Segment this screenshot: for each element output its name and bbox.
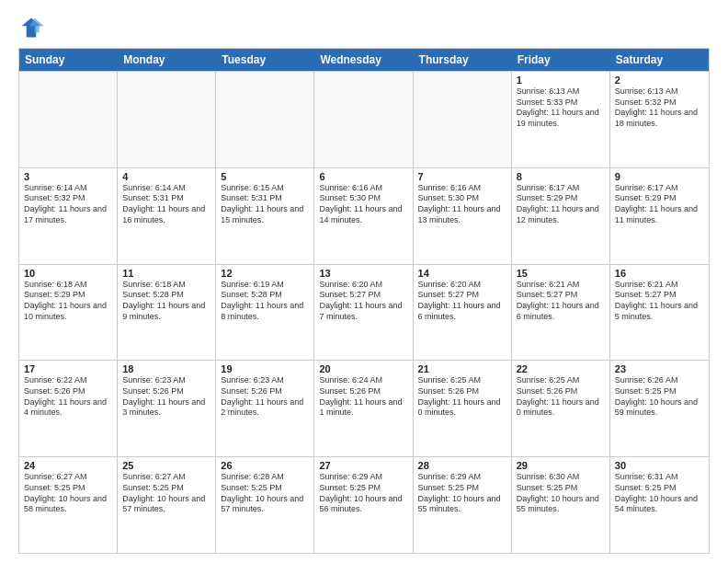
calendar: SundayMondayTuesdayWednesdayThursdayFrid…	[18, 48, 710, 554]
calendar-cell: 8Sunrise: 6:17 AM Sunset: 5:29 PM Daylig…	[512, 168, 610, 264]
day-number: 30	[615, 460, 704, 471]
calendar-cell: 18Sunrise: 6:23 AM Sunset: 5:26 PM Dayli…	[118, 361, 216, 456]
day-number: 13	[319, 268, 407, 279]
calendar-row-3: 17Sunrise: 6:22 AM Sunset: 5:26 PM Dayli…	[19, 360, 709, 456]
day-info: Sunrise: 6:29 AM Sunset: 5:25 PM Dayligh…	[418, 472, 506, 515]
day-number: 10	[24, 268, 112, 279]
day-info: Sunrise: 6:25 AM Sunset: 5:26 PM Dayligh…	[418, 375, 506, 419]
calendar-cell: 12Sunrise: 6:19 AM Sunset: 5:28 PM Dayli…	[216, 265, 314, 361]
calendar-cell: 17Sunrise: 6:22 AM Sunset: 5:26 PM Dayli…	[19, 361, 118, 456]
calendar-cell: 16Sunrise: 6:21 AM Sunset: 5:27 PM Dayli…	[610, 265, 709, 361]
calendar-cell	[19, 72, 118, 167]
day-info: Sunrise: 6:23 AM Sunset: 5:26 PM Dayligh…	[221, 375, 309, 419]
calendar-cell: 19Sunrise: 6:23 AM Sunset: 5:26 PM Dayli…	[216, 361, 314, 456]
calendar-cell: 27Sunrise: 6:29 AM Sunset: 5:25 PM Dayli…	[314, 457, 413, 553]
calendar-row-4: 24Sunrise: 6:27 AM Sunset: 5:25 PM Dayli…	[19, 456, 709, 553]
day-number: 6	[319, 171, 407, 182]
day-number: 2	[615, 75, 704, 86]
calendar-cell: 7Sunrise: 6:16 AM Sunset: 5:30 PM Daylig…	[414, 168, 512, 264]
day-number: 22	[517, 363, 605, 374]
day-number: 25	[122, 460, 210, 471]
day-info: Sunrise: 6:18 AM Sunset: 5:29 PM Dayligh…	[24, 280, 112, 323]
calendar-cell: 3Sunrise: 6:14 AM Sunset: 5:32 PM Daylig…	[19, 168, 118, 264]
calendar-cell: 29Sunrise: 6:30 AM Sunset: 5:25 PM Dayli…	[512, 457, 610, 553]
day-number: 1	[517, 75, 605, 86]
calendar-cell	[414, 72, 512, 167]
day-info: Sunrise: 6:24 AM Sunset: 5:26 PM Dayligh…	[319, 375, 407, 419]
header-day-monday: Monday	[118, 49, 216, 71]
day-number: 3	[24, 171, 112, 182]
day-info: Sunrise: 6:16 AM Sunset: 5:30 PM Dayligh…	[418, 183, 506, 226]
day-number: 19	[221, 363, 309, 374]
calendar-cell: 1Sunrise: 6:13 AM Sunset: 5:33 PM Daylig…	[512, 72, 610, 167]
day-number: 21	[418, 363, 506, 374]
header-day-friday: Friday	[512, 49, 610, 71]
calendar-cell: 23Sunrise: 6:26 AM Sunset: 5:25 PM Dayli…	[610, 361, 709, 456]
day-info: Sunrise: 6:25 AM Sunset: 5:26 PM Dayligh…	[517, 375, 605, 419]
day-info: Sunrise: 6:29 AM Sunset: 5:25 PM Dayligh…	[319, 472, 407, 515]
day-number: 11	[122, 268, 210, 279]
day-info: Sunrise: 6:27 AM Sunset: 5:25 PM Dayligh…	[24, 472, 112, 515]
calendar-cell: 30Sunrise: 6:31 AM Sunset: 5:25 PM Dayli…	[610, 457, 709, 553]
day-number: 17	[24, 363, 112, 374]
calendar-header: SundayMondayTuesdayWednesdayThursdayFrid…	[19, 49, 709, 71]
day-number: 18	[122, 363, 210, 374]
day-info: Sunrise: 6:15 AM Sunset: 5:31 PM Dayligh…	[221, 183, 309, 226]
day-info: Sunrise: 6:17 AM Sunset: 5:29 PM Dayligh…	[615, 183, 704, 226]
logo-icon	[18, 15, 44, 40]
calendar-row-2: 10Sunrise: 6:18 AM Sunset: 5:29 PM Dayli…	[19, 264, 709, 361]
calendar-cell: 21Sunrise: 6:25 AM Sunset: 5:26 PM Dayli…	[414, 361, 512, 456]
calendar-cell: 25Sunrise: 6:27 AM Sunset: 5:25 PM Dayli…	[118, 457, 216, 553]
calendar-cell	[118, 72, 216, 167]
day-info: Sunrise: 6:21 AM Sunset: 5:27 PM Dayligh…	[615, 280, 704, 323]
calendar-row-0: 1Sunrise: 6:13 AM Sunset: 5:33 PM Daylig…	[19, 71, 709, 167]
day-info: Sunrise: 6:19 AM Sunset: 5:28 PM Dayligh…	[221, 280, 309, 323]
day-info: Sunrise: 6:17 AM Sunset: 5:29 PM Dayligh…	[517, 183, 605, 226]
day-info: Sunrise: 6:27 AM Sunset: 5:25 PM Dayligh…	[122, 472, 210, 515]
day-number: 14	[418, 268, 506, 279]
calendar-cell	[314, 72, 413, 167]
day-info: Sunrise: 6:20 AM Sunset: 5:27 PM Dayligh…	[319, 280, 407, 323]
header-day-tuesday: Tuesday	[216, 49, 314, 71]
calendar-cell: 11Sunrise: 6:18 AM Sunset: 5:28 PM Dayli…	[118, 265, 216, 361]
calendar-cell: 4Sunrise: 6:14 AM Sunset: 5:31 PM Daylig…	[118, 168, 216, 264]
day-info: Sunrise: 6:22 AM Sunset: 5:26 PM Dayligh…	[24, 375, 112, 419]
calendar-cell: 13Sunrise: 6:20 AM Sunset: 5:27 PM Dayli…	[314, 265, 413, 361]
day-number: 8	[517, 171, 605, 182]
day-number: 23	[615, 363, 704, 374]
calendar-cell: 2Sunrise: 6:13 AM Sunset: 5:32 PM Daylig…	[610, 72, 709, 167]
calendar-cell: 5Sunrise: 6:15 AM Sunset: 5:31 PM Daylig…	[216, 168, 314, 264]
day-number: 24	[24, 460, 112, 471]
day-number: 27	[319, 460, 407, 471]
calendar-row-1: 3Sunrise: 6:14 AM Sunset: 5:32 PM Daylig…	[19, 167, 709, 264]
day-info: Sunrise: 6:13 AM Sunset: 5:32 PM Dayligh…	[615, 86, 704, 130]
day-number: 12	[221, 268, 309, 279]
page: SundayMondayTuesdayWednesdayThursdayFrid…	[0, 0, 728, 563]
logo	[18, 15, 48, 40]
day-info: Sunrise: 6:18 AM Sunset: 5:28 PM Dayligh…	[122, 280, 210, 323]
calendar-cell: 6Sunrise: 6:16 AM Sunset: 5:30 PM Daylig…	[314, 168, 413, 264]
calendar-cell	[216, 72, 314, 167]
day-number: 4	[122, 171, 210, 182]
day-number: 5	[221, 171, 309, 182]
calendar-cell: 9Sunrise: 6:17 AM Sunset: 5:29 PM Daylig…	[610, 168, 709, 264]
day-info: Sunrise: 6:26 AM Sunset: 5:25 PM Dayligh…	[615, 375, 704, 419]
day-number: 16	[615, 268, 704, 279]
day-number: 9	[615, 171, 704, 182]
calendar-cell: 28Sunrise: 6:29 AM Sunset: 5:25 PM Dayli…	[414, 457, 512, 553]
calendar-cell: 14Sunrise: 6:20 AM Sunset: 5:27 PM Dayli…	[414, 265, 512, 361]
day-info: Sunrise: 6:20 AM Sunset: 5:27 PM Dayligh…	[418, 280, 506, 323]
day-number: 28	[418, 460, 506, 471]
day-info: Sunrise: 6:14 AM Sunset: 5:31 PM Dayligh…	[122, 183, 210, 226]
day-info: Sunrise: 6:28 AM Sunset: 5:25 PM Dayligh…	[221, 472, 309, 515]
day-number: 7	[418, 171, 506, 182]
day-number: 29	[517, 460, 605, 471]
calendar-cell: 10Sunrise: 6:18 AM Sunset: 5:29 PM Dayli…	[19, 265, 118, 361]
header-day-sunday: Sunday	[19, 49, 118, 71]
calendar-cell: 26Sunrise: 6:28 AM Sunset: 5:25 PM Dayli…	[216, 457, 314, 553]
header-day-saturday: Saturday	[610, 49, 709, 71]
day-number: 15	[517, 268, 605, 279]
calendar-cell: 15Sunrise: 6:21 AM Sunset: 5:27 PM Dayli…	[512, 265, 610, 361]
day-number: 20	[319, 363, 407, 374]
day-info: Sunrise: 6:13 AM Sunset: 5:33 PM Dayligh…	[517, 86, 605, 130]
